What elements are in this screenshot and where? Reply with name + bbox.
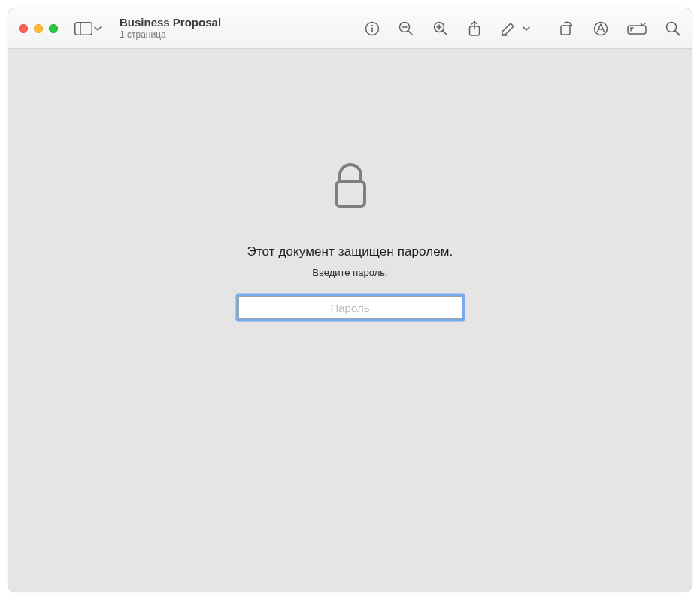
svg-rect-21 <box>336 182 365 206</box>
form-icon <box>627 22 647 35</box>
info-button[interactable] <box>365 21 380 36</box>
content-area: Этот документ защищен паролем. Введите п… <box>8 49 692 592</box>
svg-line-20 <box>675 31 680 35</box>
share-button[interactable] <box>467 20 482 37</box>
minimize-window-button[interactable] <box>34 24 43 33</box>
markup-icon <box>592 20 609 37</box>
sidebar-toggle-button[interactable] <box>74 22 102 35</box>
title-block: Business Proposal 1 страница <box>120 16 221 40</box>
highlight-menu-button[interactable] <box>523 25 530 32</box>
chevron-down-icon <box>523 25 530 32</box>
document-subtitle: 1 страница <box>120 30 221 41</box>
preview-window: Business Proposal 1 страница <box>8 8 692 592</box>
search-icon <box>665 20 681 37</box>
svg-line-6 <box>408 31 412 35</box>
password-input[interactable] <box>238 296 462 319</box>
zoom-out-icon <box>398 20 414 37</box>
zoom-out-button[interactable] <box>398 20 414 37</box>
markup-button[interactable] <box>592 20 609 37</box>
highlight-icon <box>500 21 517 36</box>
toolbar-separator <box>544 21 544 36</box>
svg-rect-0 <box>75 22 92 35</box>
lock-icon <box>332 162 369 213</box>
document-title: Business Proposal <box>120 16 221 29</box>
svg-line-9 <box>443 31 447 35</box>
close-window-button[interactable] <box>19 24 28 33</box>
zoom-in-icon <box>432 20 449 37</box>
highlight-button[interactable] <box>500 21 517 36</box>
password-prompt-label: Введите пароль: <box>312 267 387 278</box>
chevron-down-icon <box>94 25 102 32</box>
rotate-button[interactable] <box>558 20 574 37</box>
search-button[interactable] <box>665 20 681 37</box>
info-icon <box>365 21 380 36</box>
svg-rect-15 <box>561 26 570 35</box>
form-button[interactable] <box>627 22 647 35</box>
password-message: Этот документ защищен паролем. <box>247 244 453 259</box>
svg-point-3 <box>371 24 373 26</box>
fullscreen-window-button[interactable] <box>49 24 58 33</box>
toolbar-icons <box>365 20 681 37</box>
zoom-in-button[interactable] <box>432 20 449 37</box>
toolbar: Business Proposal 1 страница <box>8 8 692 49</box>
share-icon <box>467 20 482 37</box>
rotate-icon <box>558 20 574 37</box>
sidebar-toggle-icon <box>74 22 92 35</box>
window-controls <box>19 24 58 33</box>
